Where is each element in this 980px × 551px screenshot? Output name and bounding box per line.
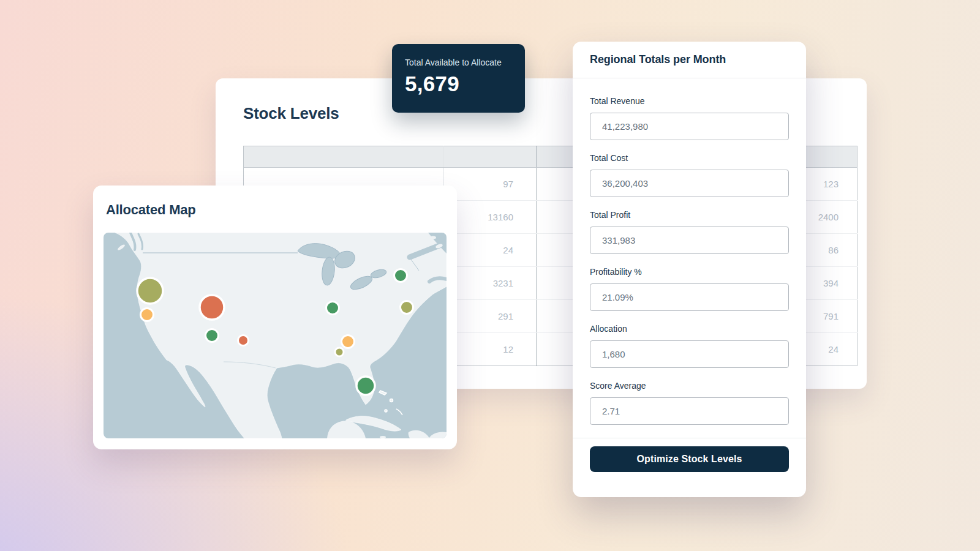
stock-value: 3231 (444, 267, 537, 300)
total-available-label: Total Available to Allocate (405, 57, 512, 68)
map-island (430, 236, 436, 239)
allocated-map-card: Allocated Map (93, 186, 457, 449)
allocated-map-title: Allocated Map (106, 201, 447, 219)
score-average-label: Score Average (590, 381, 789, 391)
stock-value: 97 (444, 168, 537, 201)
panel-header: Regional Totals per Month (573, 42, 806, 78)
dashboard-background: Stock Levels 97123 131602400 2486 323139… (0, 0, 980, 551)
panel-body: Total Revenue Total Cost Total Profit Pr… (573, 78, 806, 425)
map-bubble-southeast[interactable] (342, 335, 355, 348)
stock-value: 13160 (444, 201, 537, 234)
north-america-map (104, 233, 447, 438)
stock-value: 12 (444, 333, 537, 366)
stock-value: 291 (444, 300, 537, 333)
map-bubble-south-central[interactable] (238, 335, 249, 346)
profitability-input[interactable] (590, 283, 789, 311)
map-bubble-mountain-large[interactable] (200, 295, 224, 320)
regional-totals-panel: Regional Totals per Month Total Revenue … (573, 42, 806, 497)
map-frame (104, 233, 447, 438)
map-jamaica (380, 436, 386, 438)
total-profit-label: Total Profit (590, 210, 789, 220)
map-bubble-florida-large[interactable] (356, 377, 375, 395)
optimize-stock-levels-button[interactable]: Optimize Stock Levels (590, 446, 789, 472)
map-bubble-northeast[interactable] (394, 269, 407, 282)
map-bubble-mid-atlantic[interactable] (401, 301, 413, 314)
map-bubble-southwest[interactable] (206, 329, 219, 342)
map-bubble-pacific-northwest-large[interactable] (137, 278, 163, 304)
panel-divider (573, 438, 806, 438)
map-bubble-california[interactable] (141, 309, 154, 321)
total-revenue-input[interactable] (590, 113, 789, 140)
panel-title: Regional Totals per Month (590, 53, 726, 66)
total-cost-label: Total Cost (590, 153, 789, 163)
total-revenue-label: Total Revenue (590, 96, 789, 107)
header-cell (244, 146, 444, 168)
total-profit-input[interactable] (590, 227, 789, 254)
profitability-label: Profitability % (590, 267, 789, 277)
map-bubble-midwest[interactable] (326, 302, 339, 315)
header-cell (444, 146, 537, 168)
total-available-badge: Total Available to Allocate 5,679 (392, 44, 525, 113)
allocation-label: Allocation (590, 324, 789, 334)
allocation-input[interactable] (590, 340, 789, 368)
map-island (435, 255, 439, 257)
total-cost-input[interactable] (590, 170, 789, 197)
map-bubble-georgia[interactable] (335, 348, 344, 356)
score-average-input[interactable] (590, 397, 789, 425)
stock-value: 24 (444, 234, 537, 267)
total-available-value: 5,679 (405, 71, 512, 97)
